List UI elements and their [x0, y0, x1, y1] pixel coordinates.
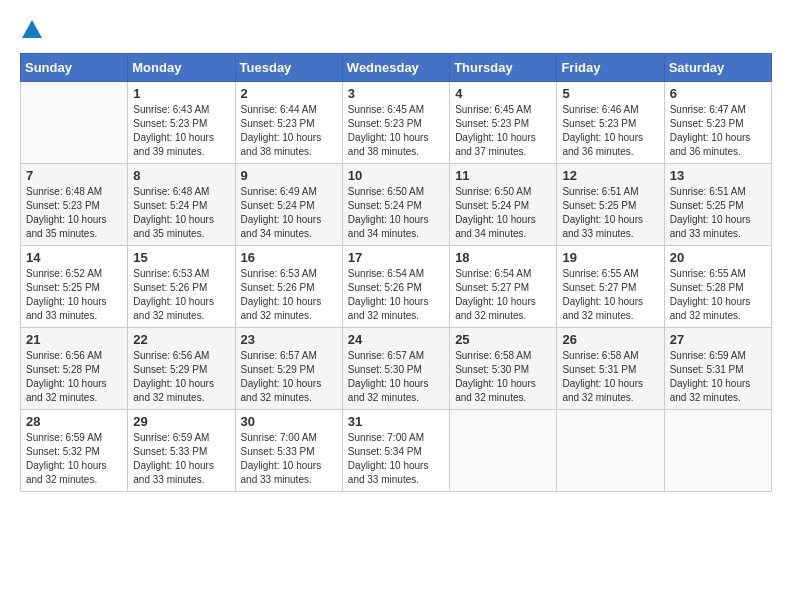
calendar-week-row: 21Sunrise: 6:56 AM Sunset: 5:28 PM Dayli… — [21, 328, 772, 410]
calendar-cell: 1Sunrise: 6:43 AM Sunset: 5:23 PM Daylig… — [128, 82, 235, 164]
calendar-cell: 10Sunrise: 6:50 AM Sunset: 5:24 PM Dayli… — [342, 164, 449, 246]
calendar-table: SundayMondayTuesdayWednesdayThursdayFrid… — [20, 53, 772, 492]
calendar-cell: 23Sunrise: 6:57 AM Sunset: 5:29 PM Dayli… — [235, 328, 342, 410]
day-number: 30 — [241, 414, 337, 429]
cell-info: Sunrise: 6:59 AM Sunset: 5:32 PM Dayligh… — [26, 431, 122, 487]
cell-info: Sunrise: 6:47 AM Sunset: 5:23 PM Dayligh… — [670, 103, 766, 159]
logo — [20, 20, 42, 43]
cell-info: Sunrise: 6:53 AM Sunset: 5:26 PM Dayligh… — [133, 267, 229, 323]
calendar-cell: 18Sunrise: 6:54 AM Sunset: 5:27 PM Dayli… — [450, 246, 557, 328]
calendar-day-header: Monday — [128, 54, 235, 82]
calendar-cell: 29Sunrise: 6:59 AM Sunset: 5:33 PM Dayli… — [128, 410, 235, 492]
day-number: 1 — [133, 86, 229, 101]
calendar-day-header: Thursday — [450, 54, 557, 82]
day-number: 11 — [455, 168, 551, 183]
calendar-cell: 22Sunrise: 6:56 AM Sunset: 5:29 PM Dayli… — [128, 328, 235, 410]
day-number: 4 — [455, 86, 551, 101]
day-number: 3 — [348, 86, 444, 101]
cell-info: Sunrise: 6:59 AM Sunset: 5:31 PM Dayligh… — [670, 349, 766, 405]
day-number: 14 — [26, 250, 122, 265]
cell-info: Sunrise: 6:55 AM Sunset: 5:28 PM Dayligh… — [670, 267, 766, 323]
day-number: 12 — [562, 168, 658, 183]
calendar-cell — [21, 82, 128, 164]
calendar-cell: 7Sunrise: 6:48 AM Sunset: 5:23 PM Daylig… — [21, 164, 128, 246]
cell-info: Sunrise: 6:57 AM Sunset: 5:30 PM Dayligh… — [348, 349, 444, 405]
day-number: 7 — [26, 168, 122, 183]
calendar-cell: 26Sunrise: 6:58 AM Sunset: 5:31 PM Dayli… — [557, 328, 664, 410]
calendar-cell: 3Sunrise: 6:45 AM Sunset: 5:23 PM Daylig… — [342, 82, 449, 164]
day-number: 15 — [133, 250, 229, 265]
cell-info: Sunrise: 6:55 AM Sunset: 5:27 PM Dayligh… — [562, 267, 658, 323]
calendar-cell: 28Sunrise: 6:59 AM Sunset: 5:32 PM Dayli… — [21, 410, 128, 492]
day-number: 5 — [562, 86, 658, 101]
day-number: 25 — [455, 332, 551, 347]
day-number: 21 — [26, 332, 122, 347]
cell-info: Sunrise: 6:54 AM Sunset: 5:26 PM Dayligh… — [348, 267, 444, 323]
calendar-day-header: Sunday — [21, 54, 128, 82]
cell-info: Sunrise: 6:51 AM Sunset: 5:25 PM Dayligh… — [562, 185, 658, 241]
day-number: 29 — [133, 414, 229, 429]
cell-info: Sunrise: 6:51 AM Sunset: 5:25 PM Dayligh… — [670, 185, 766, 241]
cell-info: Sunrise: 6:59 AM Sunset: 5:33 PM Dayligh… — [133, 431, 229, 487]
day-number: 17 — [348, 250, 444, 265]
cell-info: Sunrise: 6:54 AM Sunset: 5:27 PM Dayligh… — [455, 267, 551, 323]
day-number: 8 — [133, 168, 229, 183]
calendar-day-header: Saturday — [664, 54, 771, 82]
calendar-week-row: 7Sunrise: 6:48 AM Sunset: 5:23 PM Daylig… — [21, 164, 772, 246]
day-number: 27 — [670, 332, 766, 347]
calendar-header-row: SundayMondayTuesdayWednesdayThursdayFrid… — [21, 54, 772, 82]
calendar-cell: 25Sunrise: 6:58 AM Sunset: 5:30 PM Dayli… — [450, 328, 557, 410]
calendar-cell: 12Sunrise: 6:51 AM Sunset: 5:25 PM Dayli… — [557, 164, 664, 246]
cell-info: Sunrise: 6:50 AM Sunset: 5:24 PM Dayligh… — [455, 185, 551, 241]
calendar-cell: 24Sunrise: 6:57 AM Sunset: 5:30 PM Dayli… — [342, 328, 449, 410]
day-number: 2 — [241, 86, 337, 101]
calendar-cell: 31Sunrise: 7:00 AM Sunset: 5:34 PM Dayli… — [342, 410, 449, 492]
cell-info: Sunrise: 6:46 AM Sunset: 5:23 PM Dayligh… — [562, 103, 658, 159]
calendar-cell: 9Sunrise: 6:49 AM Sunset: 5:24 PM Daylig… — [235, 164, 342, 246]
day-number: 16 — [241, 250, 337, 265]
calendar-cell: 27Sunrise: 6:59 AM Sunset: 5:31 PM Dayli… — [664, 328, 771, 410]
day-number: 18 — [455, 250, 551, 265]
cell-info: Sunrise: 6:48 AM Sunset: 5:24 PM Dayligh… — [133, 185, 229, 241]
cell-info: Sunrise: 6:45 AM Sunset: 5:23 PM Dayligh… — [348, 103, 444, 159]
calendar-cell: 5Sunrise: 6:46 AM Sunset: 5:23 PM Daylig… — [557, 82, 664, 164]
calendar-cell — [450, 410, 557, 492]
cell-info: Sunrise: 6:53 AM Sunset: 5:26 PM Dayligh… — [241, 267, 337, 323]
calendar-cell: 14Sunrise: 6:52 AM Sunset: 5:25 PM Dayli… — [21, 246, 128, 328]
cell-info: Sunrise: 6:50 AM Sunset: 5:24 PM Dayligh… — [348, 185, 444, 241]
day-number: 6 — [670, 86, 766, 101]
day-number: 26 — [562, 332, 658, 347]
day-number: 19 — [562, 250, 658, 265]
cell-info: Sunrise: 6:52 AM Sunset: 5:25 PM Dayligh… — [26, 267, 122, 323]
cell-info: Sunrise: 6:43 AM Sunset: 5:23 PM Dayligh… — [133, 103, 229, 159]
cell-info: Sunrise: 6:48 AM Sunset: 5:23 PM Dayligh… — [26, 185, 122, 241]
day-number: 9 — [241, 168, 337, 183]
calendar-cell: 16Sunrise: 6:53 AM Sunset: 5:26 PM Dayli… — [235, 246, 342, 328]
calendar-cell: 4Sunrise: 6:45 AM Sunset: 5:23 PM Daylig… — [450, 82, 557, 164]
calendar-week-row: 14Sunrise: 6:52 AM Sunset: 5:25 PM Dayli… — [21, 246, 772, 328]
cell-info: Sunrise: 7:00 AM Sunset: 5:34 PM Dayligh… — [348, 431, 444, 487]
cell-info: Sunrise: 6:58 AM Sunset: 5:31 PM Dayligh… — [562, 349, 658, 405]
day-number: 13 — [670, 168, 766, 183]
calendar-cell: 30Sunrise: 7:00 AM Sunset: 5:33 PM Dayli… — [235, 410, 342, 492]
day-number: 24 — [348, 332, 444, 347]
cell-info: Sunrise: 6:58 AM Sunset: 5:30 PM Dayligh… — [455, 349, 551, 405]
day-number: 31 — [348, 414, 444, 429]
calendar-cell: 20Sunrise: 6:55 AM Sunset: 5:28 PM Dayli… — [664, 246, 771, 328]
calendar-cell: 6Sunrise: 6:47 AM Sunset: 5:23 PM Daylig… — [664, 82, 771, 164]
day-number: 23 — [241, 332, 337, 347]
cell-info: Sunrise: 6:45 AM Sunset: 5:23 PM Dayligh… — [455, 103, 551, 159]
day-number: 10 — [348, 168, 444, 183]
calendar-week-row: 1Sunrise: 6:43 AM Sunset: 5:23 PM Daylig… — [21, 82, 772, 164]
cell-info: Sunrise: 6:57 AM Sunset: 5:29 PM Dayligh… — [241, 349, 337, 405]
calendar-cell: 17Sunrise: 6:54 AM Sunset: 5:26 PM Dayli… — [342, 246, 449, 328]
page-header — [20, 20, 772, 43]
calendar-day-header: Friday — [557, 54, 664, 82]
logo-triangle-icon — [22, 20, 42, 38]
calendar-cell: 19Sunrise: 6:55 AM Sunset: 5:27 PM Dayli… — [557, 246, 664, 328]
cell-info: Sunrise: 6:49 AM Sunset: 5:24 PM Dayligh… — [241, 185, 337, 241]
day-number: 28 — [26, 414, 122, 429]
cell-info: Sunrise: 7:00 AM Sunset: 5:33 PM Dayligh… — [241, 431, 337, 487]
calendar-day-header: Tuesday — [235, 54, 342, 82]
day-number: 20 — [670, 250, 766, 265]
